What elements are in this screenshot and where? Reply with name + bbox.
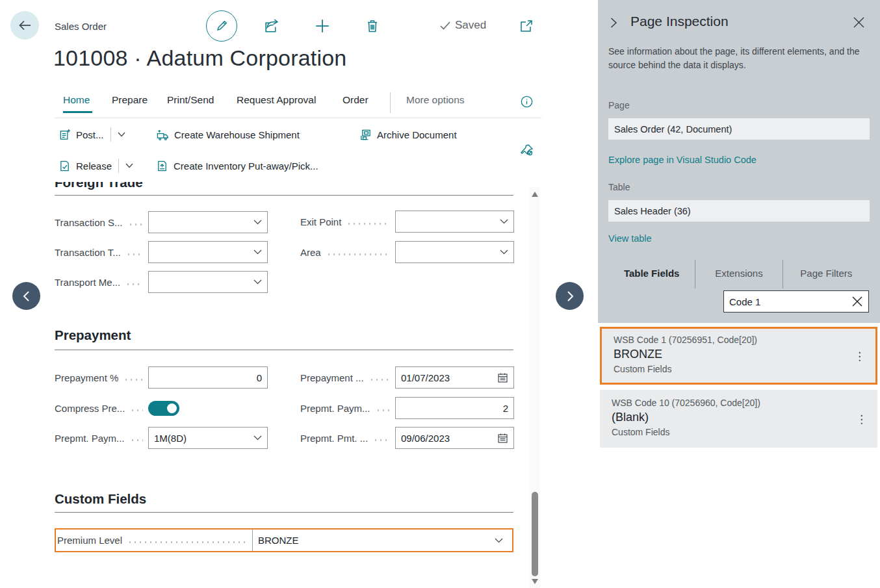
toggle-knob <box>167 403 177 413</box>
transaction-type-dropdown[interactable] <box>148 241 268 263</box>
chevron-down-icon[interactable] <box>253 279 262 285</box>
section-title-prepayment: Prepayment <box>55 327 131 343</box>
back-arrow-icon <box>17 18 32 33</box>
tab-table-fields[interactable]: Table Fields <box>608 261 695 285</box>
unpin-button[interactable] <box>519 142 535 158</box>
compress-prepayment-toggle[interactable] <box>148 401 179 416</box>
active-tab-underline <box>63 111 92 113</box>
chevron-down-icon[interactable] <box>500 249 508 255</box>
area-dropdown[interactable] <box>395 241 514 263</box>
collapse-panel-button[interactable] <box>608 17 619 29</box>
field-prepayment-due-date: Prepayment ... 01/07/2023 <box>300 366 514 389</box>
section-title-custom-fields: Custom Fields <box>55 491 146 507</box>
info-icon <box>521 96 533 108</box>
release-button[interactable]: Release <box>58 157 133 174</box>
table-field-value: Sales Header (36) <box>608 200 870 222</box>
tab-request-approval[interactable]: Request Approval <box>237 94 316 106</box>
field-search-input[interactable] <box>729 296 851 307</box>
field-result-card[interactable]: WSB Code 10 (70256960, Code[20]) (Blank)… <box>600 390 877 448</box>
field-source: Custom Fields <box>614 364 849 374</box>
page-value-text: Sales Order (42, Document) <box>614 124 732 134</box>
save-status: Saved <box>439 19 486 32</box>
field-exit-point: Exit Point <box>300 211 514 233</box>
field-technical-name: WSB Code 10 (70256960, Code[20]) <box>612 398 851 408</box>
dotted-leader <box>125 283 143 285</box>
field-transport-method: Transport Me... <box>55 271 268 293</box>
info-button[interactable] <box>521 96 533 108</box>
release-label: Release <box>76 160 112 172</box>
post-button[interactable]: Post... <box>58 126 125 143</box>
tab-extensions[interactable]: Extensions <box>695 261 782 285</box>
edit-button[interactable] <box>206 10 237 42</box>
close-panel-button[interactable] <box>853 16 865 29</box>
open-in-new-window-button[interactable] <box>518 18 535 34</box>
calendar-icon[interactable] <box>497 433 508 444</box>
field-transaction-type: Transaction T... <box>55 241 268 263</box>
back-button[interactable] <box>10 11 39 40</box>
tab-prepare[interactable]: Prepare <box>112 94 148 106</box>
prepmt-pmt-discount-date-input[interactable]: 09/06/2023 <box>395 427 514 449</box>
tab-home[interactable]: Home <box>63 94 90 106</box>
close-icon <box>853 16 865 29</box>
create-inventory-putaway-button[interactable]: Create Inventory Put-away/Pick... <box>156 157 318 174</box>
more-options-button[interactable]: More options <box>406 94 465 106</box>
exit-point-dropdown[interactable] <box>395 211 514 233</box>
split-divider <box>110 127 111 142</box>
chevron-down-icon[interactable] <box>500 219 508 224</box>
dotted-leader <box>369 379 390 381</box>
tab-strip: Home Prepare Print/Send Request Approval… <box>0 94 542 114</box>
view-table-link[interactable]: View table <box>608 233 652 244</box>
field-label: Area <box>300 247 321 258</box>
new-document-button[interactable] <box>314 18 331 34</box>
chevron-down-icon[interactable] <box>253 249 262 255</box>
archive-document-button[interactable]: Archive Document <box>359 126 457 143</box>
scrollbar-thumb[interactable] <box>532 492 538 576</box>
split-divider <box>118 159 119 173</box>
tab-page-filters[interactable]: Page Filters <box>783 261 870 285</box>
field-result-card[interactable]: WSB Code 1 (70256951, Code[20]) BRONZE C… <box>600 327 877 385</box>
clear-search-button[interactable] <box>851 296 863 307</box>
next-record-button[interactable] <box>556 282 584 310</box>
prepayment-due-date-input[interactable]: 01/07/2023 <box>395 366 514 389</box>
field-label: Premium Level <box>57 535 122 546</box>
scroll-up-arrow[interactable] <box>531 191 539 198</box>
chevron-down-icon[interactable] <box>495 538 503 543</box>
calendar-icon[interactable] <box>497 372 508 383</box>
explore-page-link[interactable]: Explore page in Visual Studio Code <box>608 155 757 165</box>
field-prepmt-payment-discount: Prepmt. Paym... 2 <box>300 397 514 419</box>
share-button[interactable] <box>263 18 280 34</box>
dotted-leader <box>127 541 247 543</box>
previous-record-button[interactable] <box>12 282 40 310</box>
archive-document-icon <box>359 129 372 141</box>
field-area: Area <box>300 241 514 263</box>
field-prepmt-payment-terms: Prepmt. Paym... 1M(8D) <box>55 427 268 449</box>
field-search-box[interactable] <box>723 290 869 313</box>
transport-method-dropdown[interactable] <box>148 271 268 293</box>
page-title: 101008 · Adatum Corporation <box>53 45 346 71</box>
premium-level-dropdown[interactable]: BRONZE <box>253 530 512 551</box>
clear-icon <box>851 296 863 307</box>
ellipsis-menu-icon[interactable]: ⋮ <box>856 413 867 424</box>
main-scrollbar[interactable] <box>530 187 540 588</box>
tab-order[interactable]: Order <box>343 94 369 106</box>
create-warehouse-shipment-button[interactable]: Create Warehouse Shipment <box>156 126 300 143</box>
scroll-down-arrow[interactable] <box>531 578 539 585</box>
chevron-down-icon[interactable] <box>253 220 262 225</box>
inspection-tabs: Table Fields Extensions Page Filters <box>608 261 870 285</box>
saved-label: Saved <box>455 19 486 32</box>
prepmt-payment-discount-input[interactable]: 2 <box>395 397 514 419</box>
dotted-leader <box>376 409 390 411</box>
prepayment-pct-input[interactable]: 0 <box>148 366 268 389</box>
prepmt-payment-terms-dropdown[interactable]: 1M(8D) <box>148 427 268 449</box>
field-value: 01/07/2023 <box>401 372 493 383</box>
premium-level-field[interactable]: Premium Level BRONZE <box>55 528 513 552</box>
chevron-down-icon[interactable] <box>118 132 125 137</box>
chevron-down-icon[interactable] <box>253 435 262 441</box>
delete-button[interactable] <box>364 18 381 34</box>
tab-print-send[interactable]: Print/Send <box>167 94 214 106</box>
post-label: Post... <box>76 129 104 140</box>
field-label: Prepmt. Paym... <box>55 433 125 444</box>
chevron-down-icon[interactable] <box>125 163 133 168</box>
ellipsis-menu-icon[interactable]: ⋮ <box>854 350 865 361</box>
transaction-specification-dropdown[interactable] <box>148 211 268 233</box>
